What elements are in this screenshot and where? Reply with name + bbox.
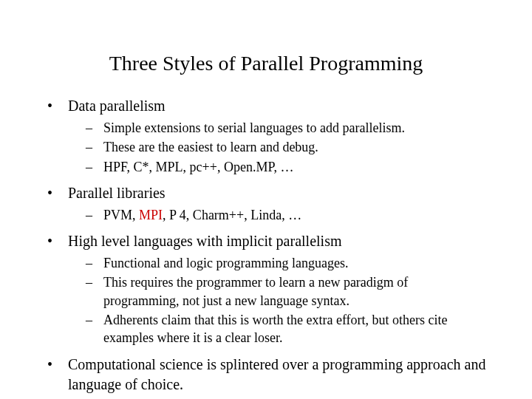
bullet-row: • Parallel libraries: [44, 183, 488, 203]
bullet-icon: •: [44, 96, 68, 116]
dash-icon: –: [44, 311, 103, 329]
bullet-icon: •: [44, 355, 68, 375]
sub-item: – Functional and logic programming langu…: [44, 254, 488, 272]
sub-list: – Functional and logic programming langu…: [44, 254, 488, 347]
bullet-text: Data parallelism: [68, 96, 166, 116]
sub-text: This requires the programmer to learn a …: [103, 273, 488, 310]
sub-text: Functional and logic programming languag…: [103, 254, 488, 272]
sub-item: – Simple extensions to serial languages …: [44, 119, 488, 137]
slide: Three Styles of Parallel Programming • D…: [0, 0, 532, 399]
bullet-row: • Computational science is splintered ov…: [44, 355, 488, 395]
dash-icon: –: [44, 138, 103, 156]
bullet-text: Parallel libraries: [68, 183, 166, 203]
sub-text: HPF, C*, MPL, pc++, Open.MP, …: [103, 158, 488, 176]
list-item: • Data parallelism – Simple extensions t…: [44, 96, 488, 176]
sub-text: Adherents claim that this is worth the e…: [103, 311, 488, 347]
bullet-text: High level languages with implicit paral…: [68, 231, 341, 251]
sub-list: – Simple extensions to serial languages …: [44, 119, 488, 176]
dash-icon: –: [44, 273, 103, 291]
list-item: • High level languages with implicit par…: [44, 231, 488, 347]
sub-item: – These are the easiest to learn and deb…: [44, 138, 488, 156]
bullet-list: • Data parallelism – Simple extensions t…: [44, 96, 488, 395]
bullet-icon: •: [44, 231, 68, 251]
sub-item: – HPF, C*, MPL, pc++, Open.MP, …: [44, 158, 488, 176]
sub-item: – This requires the programmer to learn …: [44, 273, 488, 310]
dash-icon: –: [44, 158, 103, 176]
dash-icon: –: [44, 206, 103, 224]
slide-title: Three Styles of Parallel Programming: [44, 52, 488, 75]
list-item: • Parallel libraries – PVM, MPI, P 4, Ch…: [44, 183, 488, 224]
bullet-icon: •: [44, 183, 68, 203]
list-item: • Computational science is splintered ov…: [44, 355, 488, 395]
bullet-text: Computational science is splintered over…: [68, 355, 488, 395]
sub-list: – PVM, MPI, P 4, Charm++, Linda, …: [44, 206, 488, 224]
dash-icon: –: [44, 119, 103, 137]
bullet-row: • Data parallelism: [44, 96, 488, 116]
sub-text: These are the easiest to learn and debug…: [103, 138, 488, 156]
sub-item: – Adherents claim that this is worth the…: [44, 311, 488, 347]
sub-item: – PVM, MPI, P 4, Charm++, Linda, …: [44, 206, 488, 224]
sub-text: PVM, MPI, P 4, Charm++, Linda, …: [103, 206, 488, 224]
bullet-row: • High level languages with implicit par…: [44, 231, 488, 251]
sub-text: Simple extensions to serial languages to…: [103, 119, 488, 137]
dash-icon: –: [44, 254, 103, 272]
